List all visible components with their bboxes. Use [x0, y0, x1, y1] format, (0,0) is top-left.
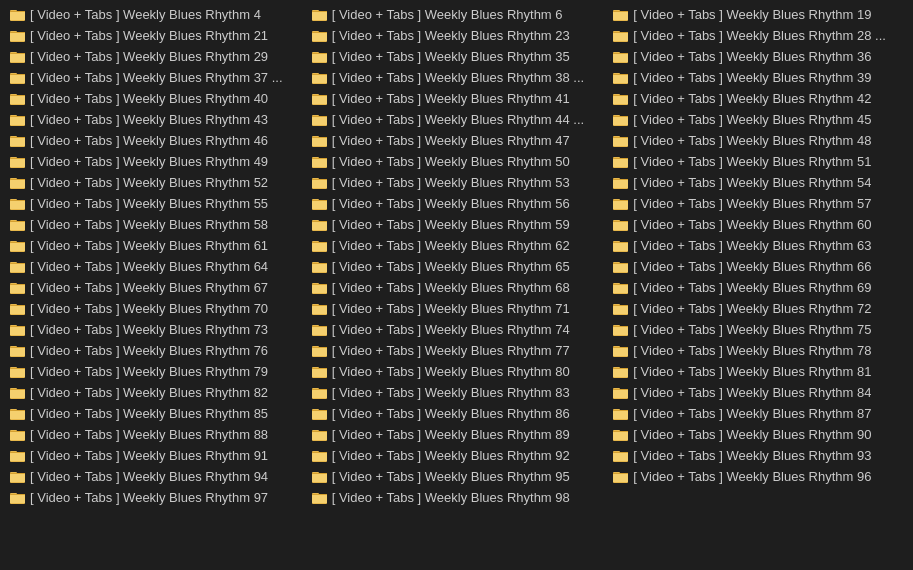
list-item[interactable]: [ Video + Tabs ] Weekly Blues Rhythm 46: [4, 130, 306, 151]
list-item[interactable]: [ Video + Tabs ] Weekly Blues Rhythm 84: [607, 382, 909, 403]
list-item[interactable]: [ Video + Tabs ] Weekly Blues Rhythm 44 …: [306, 109, 608, 130]
list-item[interactable]: [ Video + Tabs ] Weekly Blues Rhythm 63: [607, 235, 909, 256]
svg-rect-224: [613, 305, 628, 306]
list-item[interactable]: [ Video + Tabs ] Weekly Blues Rhythm 47: [306, 130, 608, 151]
item-label: [ Video + Tabs ] Weekly Blues Rhythm 58: [30, 217, 268, 232]
list-item[interactable]: [ Video + Tabs ] Weekly Blues Rhythm 97: [4, 487, 306, 508]
list-item[interactable]: [ Video + Tabs ] Weekly Blues Rhythm 71: [306, 298, 608, 319]
list-item[interactable]: [ Video + Tabs ] Weekly Blues Rhythm 48: [607, 130, 909, 151]
list-item[interactable]: [ Video + Tabs ] Weekly Blues Rhythm 23: [306, 25, 608, 46]
list-item[interactable]: [ Video + Tabs ] Weekly Blues Rhythm 40: [4, 88, 306, 109]
item-label: [ Video + Tabs ] Weekly Blues Rhythm 76: [30, 343, 268, 358]
folder-icon: [613, 50, 629, 64]
list-item[interactable]: [ Video + Tabs ] Weekly Blues Rhythm 69: [607, 277, 909, 298]
list-item[interactable]: [ Video + Tabs ] Weekly Blues Rhythm 55: [4, 193, 306, 214]
item-label: [ Video + Tabs ] Weekly Blues Rhythm 19: [633, 7, 871, 22]
list-item[interactable]: [ Video + Tabs ] Weekly Blues Rhythm 90: [607, 424, 909, 445]
list-item[interactable]: [ Video + Tabs ] Weekly Blues Rhythm 64: [4, 256, 306, 277]
list-item[interactable]: [ Video + Tabs ] Weekly Blues Rhythm 85: [4, 403, 306, 424]
list-item[interactable]: [ Video + Tabs ] Weekly Blues Rhythm 59: [306, 214, 608, 235]
list-item[interactable]: [ Video + Tabs ] Weekly Blues Rhythm 72: [607, 298, 909, 319]
list-item[interactable]: [ Video + Tabs ] Weekly Blues Rhythm 6: [306, 4, 608, 25]
list-item[interactable]: [ Video + Tabs ] Weekly Blues Rhythm 36: [607, 46, 909, 67]
list-item[interactable]: [ Video + Tabs ] Weekly Blues Rhythm 56: [306, 193, 608, 214]
list-item[interactable]: [ Video + Tabs ] Weekly Blues Rhythm 86: [306, 403, 608, 424]
list-item[interactable]: [ Video + Tabs ] Weekly Blues Rhythm 41: [306, 88, 608, 109]
list-item[interactable]: [ Video + Tabs ] Weekly Blues Rhythm 83: [306, 382, 608, 403]
item-label: [ Video + Tabs ] Weekly Blues Rhythm 36: [633, 49, 871, 64]
list-item[interactable]: [ Video + Tabs ] Weekly Blues Rhythm 74: [306, 319, 608, 340]
list-item[interactable]: [ Video + Tabs ] Weekly Blues Rhythm 80: [306, 361, 608, 382]
list-item[interactable]: [ Video + Tabs ] Weekly Blues Rhythm 61: [4, 235, 306, 256]
item-label: [ Video + Tabs ] Weekly Blues Rhythm 75: [633, 322, 871, 337]
list-item[interactable]: [ Video + Tabs ] Weekly Blues Rhythm 35: [306, 46, 608, 67]
list-item[interactable]: [ Video + Tabs ] Weekly Blues Rhythm 42: [607, 88, 909, 109]
list-item[interactable]: [ Video + Tabs ] Weekly Blues Rhythm 4: [4, 4, 306, 25]
list-item[interactable]: [ Video + Tabs ] Weekly Blues Rhythm 77: [306, 340, 608, 361]
svg-rect-339: [312, 473, 327, 474]
list-item[interactable]: [ Video + Tabs ] Weekly Blues Rhythm 98: [306, 487, 608, 508]
list-item[interactable]: [ Video + Tabs ] Weekly Blues Rhythm 87: [607, 403, 909, 424]
svg-rect-333: [10, 474, 25, 482]
list-item[interactable]: [ Video + Tabs ] Weekly Blues Rhythm 29: [4, 46, 306, 67]
svg-rect-179: [613, 242, 628, 243]
list-item[interactable]: [ Video + Tabs ] Weekly Blues Rhythm 89: [306, 424, 608, 445]
list-item[interactable]: [ Video + Tabs ] Weekly Blues Rhythm 54: [607, 172, 909, 193]
list-item[interactable]: [ Video + Tabs ] Weekly Blues Rhythm 70: [4, 298, 306, 319]
list-item[interactable]: [ Video + Tabs ] Weekly Blues Rhythm 53: [306, 172, 608, 193]
svg-rect-133: [613, 180, 628, 188]
list-item[interactable]: [ Video + Tabs ] Weekly Blues Rhythm 76: [4, 340, 306, 361]
list-item[interactable]: [ Video + Tabs ] Weekly Blues Rhythm 21: [4, 25, 306, 46]
list-item[interactable]: [ Video + Tabs ] Weekly Blues Rhythm 45: [607, 109, 909, 130]
list-item[interactable]: [ Video + Tabs ] Weekly Blues Rhythm 66: [607, 256, 909, 277]
svg-rect-304: [10, 431, 25, 432]
item-label: [ Video + Tabs ] Weekly Blues Rhythm 46: [30, 133, 268, 148]
list-item[interactable]: [ Video + Tabs ] Weekly Blues Rhythm 78: [607, 340, 909, 361]
list-item[interactable]: [ Video + Tabs ] Weekly Blues Rhythm 28 …: [607, 25, 909, 46]
folder-icon: [312, 260, 328, 274]
folder-icon: [613, 344, 629, 358]
list-item[interactable]: [ Video + Tabs ] Weekly Blues Rhythm 68: [306, 277, 608, 298]
svg-rect-268: [613, 369, 628, 377]
list-item[interactable]: [ Video + Tabs ] Weekly Blues Rhythm 60: [607, 214, 909, 235]
list-item[interactable]: [ Video + Tabs ] Weekly Blues Rhythm 19: [607, 4, 909, 25]
svg-rect-323: [312, 453, 327, 461]
list-item[interactable]: [ Video + Tabs ] Weekly Blues Rhythm 49: [4, 151, 306, 172]
svg-rect-33: [10, 54, 25, 62]
list-item[interactable]: [ Video + Tabs ] Weekly Blues Rhythm 65: [306, 256, 608, 277]
list-item[interactable]: [ Video + Tabs ] Weekly Blues Rhythm 52: [4, 172, 306, 193]
list-item[interactable]: [ Video + Tabs ] Weekly Blues Rhythm 92: [306, 445, 608, 466]
list-item[interactable]: [ Video + Tabs ] Weekly Blues Rhythm 37 …: [4, 67, 306, 88]
list-item[interactable]: [ Video + Tabs ] Weekly Blues Rhythm 93: [607, 445, 909, 466]
list-item[interactable]: [ Video + Tabs ] Weekly Blues Rhythm 94: [4, 466, 306, 487]
item-label: [ Video + Tabs ] Weekly Blues Rhythm 90: [633, 427, 871, 442]
svg-rect-3: [10, 12, 25, 20]
list-item[interactable]: [ Video + Tabs ] Weekly Blues Rhythm 79: [4, 361, 306, 382]
list-item[interactable]: [ Video + Tabs ] Weekly Blues Rhythm 91: [4, 445, 306, 466]
item-label: [ Video + Tabs ] Weekly Blues Rhythm 98: [332, 490, 570, 505]
list-item[interactable]: [ Video + Tabs ] Weekly Blues Rhythm 57: [607, 193, 909, 214]
list-item[interactable]: [607, 487, 909, 508]
item-label: [ Video + Tabs ] Weekly Blues Rhythm 40: [30, 91, 268, 106]
svg-rect-164: [613, 221, 628, 222]
list-item[interactable]: [ Video + Tabs ] Weekly Blues Rhythm 62: [306, 235, 608, 256]
list-item[interactable]: [ Video + Tabs ] Weekly Blues Rhythm 88: [4, 424, 306, 445]
list-item[interactable]: [ Video + Tabs ] Weekly Blues Rhythm 73: [4, 319, 306, 340]
list-item[interactable]: [ Video + Tabs ] Weekly Blues Rhythm 82: [4, 382, 306, 403]
list-item[interactable]: [ Video + Tabs ] Weekly Blues Rhythm 95: [306, 466, 608, 487]
svg-rect-34: [10, 53, 25, 54]
list-item[interactable]: [ Video + Tabs ] Weekly Blues Rhythm 50: [306, 151, 608, 172]
list-item[interactable]: [ Video + Tabs ] Weekly Blues Rhythm 39: [607, 67, 909, 88]
svg-rect-278: [312, 390, 327, 398]
list-item[interactable]: [ Video + Tabs ] Weekly Blues Rhythm 43: [4, 109, 306, 130]
list-item[interactable]: [ Video + Tabs ] Weekly Blues Rhythm 75: [607, 319, 909, 340]
folder-icon: [10, 92, 26, 106]
list-item[interactable]: [ Video + Tabs ] Weekly Blues Rhythm 51: [607, 151, 909, 172]
list-item[interactable]: [ Video + Tabs ] Weekly Blues Rhythm 58: [4, 214, 306, 235]
folder-icon: [613, 239, 629, 253]
list-item[interactable]: [ Video + Tabs ] Weekly Blues Rhythm 67: [4, 277, 306, 298]
list-item[interactable]: [ Video + Tabs ] Weekly Blues Rhythm 96: [607, 466, 909, 487]
list-item[interactable]: [ Video + Tabs ] Weekly Blues Rhythm 38 …: [306, 67, 608, 88]
svg-rect-314: [613, 431, 628, 432]
list-item[interactable]: [ Video + Tabs ] Weekly Blues Rhythm 81: [607, 361, 909, 382]
